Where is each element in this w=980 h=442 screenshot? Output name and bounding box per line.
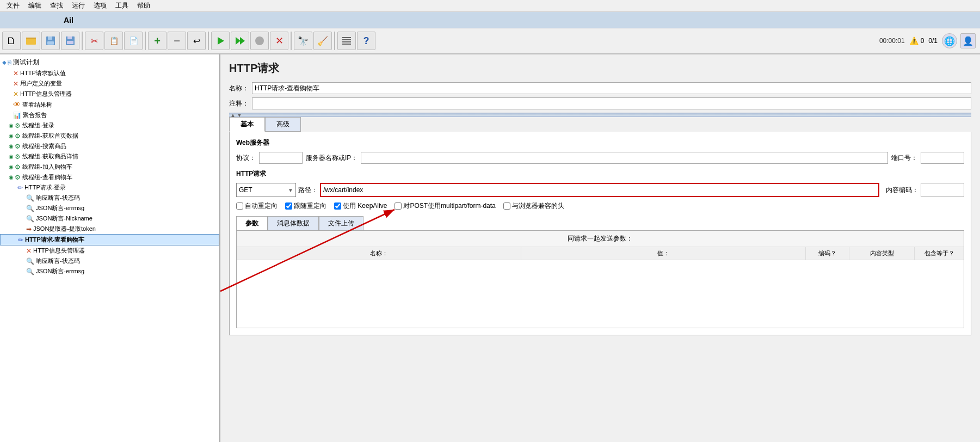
tree-item-http-header[interactable]: ✕ HTTP信息头管理器 — [0, 89, 219, 99]
menu-edit[interactable]: 编辑 — [24, 0, 46, 11]
main-layout: ◆ ⎘ 测试计划 ✕ HTTP请求默认值 ✕ 用户定义的变量 ✕ HTTP信息头… — [0, 54, 980, 442]
section-divider: ▲ ▼ — [229, 113, 971, 117]
server-input[interactable] — [361, 152, 888, 164]
multipart-checkbox[interactable]: 对POST使用multipart/form-data — [395, 201, 495, 211]
tab-advanced[interactable]: 高级 — [265, 117, 301, 132]
tree-item-thread-cart-view[interactable]: ◉ ⚙ 线程组-查看购物车 — [0, 172, 219, 182]
svg-rect-14 — [342, 39, 351, 40]
add-button[interactable]: + — [148, 32, 167, 50]
menu-tools[interactable]: 工具 — [111, 0, 133, 11]
web-server-row: 协议： 服务器名称或IP： 端口号： — [236, 152, 964, 164]
tree-item-json-errmsg1[interactable]: 🔍 JSON断言-errmsg — [0, 203, 219, 213]
comment-label: 注释： — [229, 99, 249, 108]
run-button[interactable] — [211, 32, 230, 50]
svg-rect-1 — [26, 39, 36, 45]
name-input[interactable] — [252, 82, 971, 94]
params-table-body — [237, 260, 964, 326]
tree-item-json-errmsg2[interactable]: 🔍 JSON断言-errmsg — [0, 266, 219, 277]
clean-button[interactable]: 🧹 — [313, 32, 332, 50]
tree-item-http-header2[interactable]: ✕ HTTP信息头管理器 — [0, 245, 219, 256]
save-button[interactable] — [61, 32, 79, 50]
content-area: HTTP请求 名称： 注释： ▲ ▼ 基本 — [220, 54, 980, 342]
titlebar: Ail — [0, 12, 980, 28]
tree-item-thread-login[interactable]: ◉ ⚙ 线程组-登录 — [0, 120, 219, 131]
tree-item-http-login[interactable]: ✏ HTTP请求-登录 — [0, 182, 219, 193]
cut-button[interactable]: ✂ — [85, 32, 103, 50]
stop-all-button[interactable]: ✕ — [270, 32, 288, 50]
warning-icon: ⚠️ — [909, 36, 919, 45]
comment-input[interactable] — [252, 97, 971, 109]
sub-tab-body[interactable]: 消息体数据 — [268, 216, 319, 230]
tree-item-json-extract[interactable]: ➡ JSON提取器-提取token — [0, 224, 219, 234]
tree-item-user-vars[interactable]: ✕ 用户定义的变量 — [0, 78, 219, 89]
checkboxes-row: 自动重定向 跟随重定向 使用 KeepAlive 对POST使用 — [236, 201, 964, 211]
svg-rect-15 — [342, 41, 351, 42]
sub-tab-upload[interactable]: 文件上传 — [319, 216, 363, 230]
tree-root[interactable]: ◆ ⎘ 测试计划 — [0, 57, 219, 68]
menu-options[interactable]: 选项 — [89, 0, 111, 11]
menu-find[interactable]: 查找 — [46, 0, 67, 11]
encode-label: 内容编码： — [886, 186, 919, 195]
auto-redirect-checkbox[interactable]: 自动重定向 — [236, 201, 278, 211]
tree-item-http-default[interactable]: ✕ HTTP请求默认值 — [0, 68, 219, 78]
col-value: 值： — [521, 247, 806, 260]
save-as-button[interactable] — [41, 32, 60, 50]
port-input[interactable] — [921, 152, 964, 164]
app-title: Ail — [64, 16, 73, 24]
tree-item-http-cart-view[interactable]: ✏ HTTP请求-查看购物车 — [0, 234, 219, 245]
warning-count: 0 — [921, 37, 924, 45]
svg-marker-10 — [236, 37, 241, 45]
svg-rect-8 — [67, 41, 73, 44]
run-all-button[interactable] — [231, 32, 249, 50]
tree-item-agg-report[interactable]: 📊 聚合报告 — [0, 110, 219, 120]
open-button[interactable] — [22, 32, 40, 50]
menu-help[interactable]: 帮助 — [133, 0, 155, 11]
port-label: 端口号： — [891, 154, 917, 163]
params-title: 同请求一起发送参数： — [237, 231, 964, 247]
tree-item-view-tree[interactable]: 👁 查看结果树 — [0, 99, 219, 110]
http-request-title: HTTP请求 — [236, 169, 964, 179]
tree-item-thread-cart-add[interactable]: ◉ ⚙ 线程组-加入购物车 — [0, 162, 219, 172]
menu-run[interactable]: 运行 — [67, 0, 89, 11]
params-table-header: 名称： 值： 编码？ 内容类型 包含等于？ — [237, 247, 964, 260]
col-name: 名称： — [237, 247, 521, 260]
undo-button[interactable]: ↩ — [187, 32, 206, 50]
path-label: 路径： — [298, 186, 318, 195]
path-input[interactable] — [320, 183, 879, 197]
new-button[interactable]: 🗋 — [2, 32, 21, 50]
encode-input[interactable] — [921, 183, 964, 197]
svg-point-12 — [255, 36, 264, 45]
tree-item-assert-status2[interactable]: 🔍 响应断言-状态码 — [0, 256, 219, 266]
protocol-label: 协议： — [236, 154, 256, 163]
col-encode: 编码？ — [806, 247, 849, 260]
page-title: HTTP请求 — [229, 61, 971, 76]
tree-item-json-nickname[interactable]: 🔍 JSON断言-Nickname — [0, 213, 219, 224]
list-button[interactable] — [337, 32, 356, 50]
help-button[interactable]: ? — [357, 32, 375, 50]
tree-item-thread-search[interactable]: ◉ ⚙ 线程组-搜索商品 — [0, 141, 219, 151]
method-dropdown[interactable]: GET ▼ — [236, 183, 296, 197]
paste-button[interactable]: 📄 — [124, 32, 143, 50]
params-table-area: 同请求一起发送参数： 名称： 值： 编码？ 内容类型 包含等于？ — [236, 230, 964, 328]
menu-file[interactable]: 文件 — [2, 0, 24, 11]
sub-tab-params[interactable]: 参数 — [236, 216, 268, 230]
remove-button[interactable]: − — [168, 32, 186, 50]
binoculars-button[interactable]: 🔭 — [294, 32, 312, 50]
sub-tab-bar: 参数 消息体数据 文件上传 — [236, 216, 964, 230]
tree-item-thread-detail[interactable]: ◉ ⚙ 线程组-获取商品详情 — [0, 151, 219, 162]
name-row: 名称： — [229, 82, 971, 94]
stop-button[interactable] — [250, 32, 269, 50]
globe-icon[interactable]: 🌐 — [942, 33, 957, 48]
col-content-type: 内容类型 — [849, 247, 915, 260]
tree-item-assert-status1[interactable]: 🔍 响应断言-状态码 — [0, 193, 219, 203]
tree-item-thread-home[interactable]: ◉ ⚙ 线程组-获取首页数据 — [0, 131, 219, 141]
tab-basic[interactable]: 基本 — [229, 117, 265, 132]
keepalive-checkbox[interactable]: 使用 KeepAlive — [334, 201, 387, 211]
fraction-display: 0/1 — [928, 37, 938, 45]
compatible-checkbox[interactable]: 与浏览器兼容的头 — [503, 201, 564, 211]
follow-redirect-checkbox[interactable]: 跟随重定向 — [285, 201, 326, 211]
profile-icon[interactable]: 👤 — [960, 33, 976, 48]
dropdown-arrow-icon: ▼ — [288, 187, 293, 193]
protocol-input[interactable] — [259, 152, 303, 164]
copy-button[interactable]: 📋 — [104, 32, 123, 50]
